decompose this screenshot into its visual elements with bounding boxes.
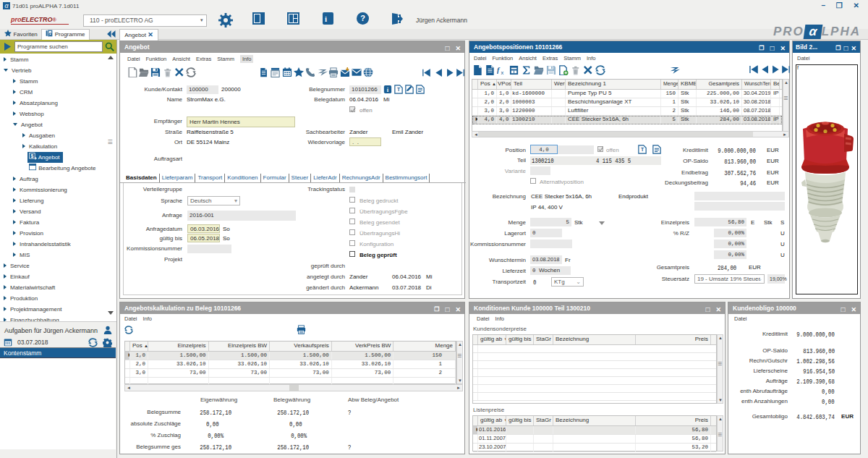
svg-text:$: $ — [30, 153, 33, 159]
